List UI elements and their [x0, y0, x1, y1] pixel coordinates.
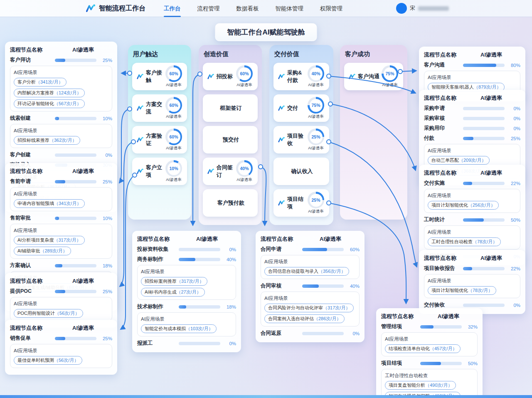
stage-node[interactable]: 框架签订 [203, 94, 258, 122]
tag-count: （124次/月） [54, 90, 81, 95]
ai-scene-label: AI应用场景 [14, 69, 108, 76]
detail-card-header: 流程节点名称AI渗透率 [424, 51, 520, 59]
ai-scene-label: AI应用场景 [14, 301, 108, 307]
nav-tab[interactable]: 权限管理 [319, 0, 343, 17]
stage-node[interactable]: 项目结项25%AI渗透率 [273, 189, 329, 217]
process-node-name: 项目验收报告 [424, 265, 463, 272]
detail-card-header: 流程节点名称AI渗透率 [424, 169, 520, 177]
ai-scene-tag[interactable]: 最佳促单时机预测（56次/月） [14, 356, 82, 365]
stage-node[interactable]: 确认收入 [273, 158, 329, 185]
ai-icon [278, 104, 285, 112]
penetration-bar [179, 342, 220, 345]
ring-percent: 25% [311, 198, 320, 203]
process-row-group: 合同返原0% [261, 330, 360, 337]
ring-caption: AI渗透率 [166, 114, 181, 119]
nav-tab[interactable]: 智能体管理 [275, 0, 305, 17]
stage-node[interactable]: 招投标60%AI渗透率 [203, 63, 258, 90]
penetration-bar [463, 304, 505, 307]
ai-scene-tag[interactable]: 结项检查清单自动化（457次/月） [385, 344, 461, 353]
process-row: 采购申请0% [424, 105, 520, 112]
stage-node[interactable]: 交付75%AI渗透率 [273, 94, 329, 122]
stage-node[interactable]: 客户接触60%AI渗透率 [132, 63, 187, 90]
ai-scene-tag[interactable]: 申请内容智能预填（341次/月） [14, 199, 85, 208]
process-row-group: 客户拜访25%AI应用场景客户分析（341次/月）内部解决方案推荐（124次/月… [10, 57, 112, 111]
penetration-percent: 50% [462, 361, 478, 366]
ai-icon [207, 73, 214, 80]
ai-scene-tag[interactable]: AI标书内容生成（27次/月） [141, 288, 205, 297]
ai-scene-tag[interactable]: 工时合理性自动检查（78次/月） [428, 237, 501, 246]
ai-icon [278, 73, 285, 80]
ai-scene-tag[interactable]: 智能定价与成本模拟（103次/月） [141, 324, 217, 333]
ai-scene-box: AI应用场景最佳促单时机预测（56次/月） [10, 344, 112, 368]
nav-tab[interactable]: 流程管理 [197, 0, 221, 17]
ai-scene-tag[interactable]: POC用例智能设计（56次/月） [14, 309, 83, 318]
process-row-group: 售前申请25%AI应用场景申请内容智能预填（341次/月） [10, 178, 112, 211]
nav-tab[interactable]: 工作台 [163, 0, 182, 17]
rate-col-header: AI渗透率 [54, 277, 112, 285]
ai-scene-tag[interactable]: 客户分析（341次/月） [14, 78, 66, 87]
stage-node[interactable]: 方案交流60%AI渗透率 [132, 94, 187, 122]
penetration-ring-wrap: 40%AI渗透率 [305, 65, 326, 88]
ai-scene-box: AI应用场景POC用例智能设计（56次/月） [10, 297, 112, 321]
process-node-name: 售前审批 [10, 215, 55, 222]
ai-scene-tag[interactable]: 合同信息自动提取与录入（356次/月） [264, 267, 349, 276]
process-node-name: 采购用印 [424, 125, 463, 132]
ai-scene-tag[interactable]: 项目复盘智能分析（490次/月） [385, 381, 456, 390]
user-name-redacted [418, 6, 449, 11]
ai-scene-tag[interactable]: 合同案例入选自动评估（286次/月） [264, 314, 345, 323]
ring-caption: AI渗透率 [308, 82, 323, 88]
ring-caption: AI渗透率 [382, 82, 397, 88]
ai-scene-label: AI应用场景 [14, 348, 108, 354]
process-row: 管理结项32% [381, 323, 478, 330]
ai-scene-tag[interactable]: AI辅助审批（289次/月） [14, 247, 71, 255]
nav-tab[interactable]: 数据看板 [236, 0, 260, 17]
ai-scene-label: AI应用场景 [428, 229, 517, 235]
ai-scene-tag[interactable]: 项目计划智能优化（256次/月） [428, 201, 499, 210]
penetration-bar [463, 117, 505, 120]
avatar[interactable] [396, 3, 407, 14]
user-menu[interactable]: 宋 [396, 3, 449, 14]
tag-count: （103次/月） [186, 326, 213, 331]
penetration-bar-fill [55, 59, 65, 62]
process-row: 交付实施22% [424, 180, 520, 187]
rate-col-header: AI渗透率 [54, 168, 112, 175]
node-name: 客户沟通 [358, 73, 379, 80]
ai-scene-tag[interactable]: 内部解决方案推荐（124次/月） [14, 89, 85, 97]
stage-node[interactable]: 客户立项10%AI渗透率 [132, 158, 187, 185]
ai-scene-tag[interactable]: 拜访记录智能转化（567次/月） [14, 99, 85, 108]
ai-scene-tag[interactable]: AI分析项目复杂度（317次/月） [14, 236, 85, 245]
penetration-ring-wrap: 40%AI渗透率 [234, 160, 255, 183]
stage-node[interactable]: 采购&付款40%AI渗透率 [273, 63, 329, 90]
penetration-percent: 10% [96, 216, 112, 221]
ai-scene-tag[interactable]: 招投标线索推荐（362次/月） [14, 136, 80, 145]
ai-scene-tag[interactable]: 合同风险评分与自动化评审（317次/月） [264, 304, 354, 312]
ai-scene-tag[interactable]: 招投标案例推荐（317次/月） [141, 277, 207, 286]
penetration-bar-fill [55, 290, 65, 293]
stage-node[interactable]: 方案验证60%AI渗透率 [132, 126, 187, 153]
stage-node[interactable]: 合同签订40%AI渗透率 [203, 158, 258, 185]
ai-scene-label: AI应用场景 [14, 128, 108, 134]
stage-node[interactable]: 项目验收25%AI渗透率 [273, 126, 329, 153]
ai-scene-tags: 结项检查清单自动化（457次/月） [385, 344, 474, 353]
penetration-bar-fill [55, 217, 59, 220]
process-row-group: 交付实施22%AI应用场景项目计划智能优化（256次/月） [424, 180, 520, 213]
tag-label: 最佳促单时机预测 [17, 358, 54, 363]
process-row: 报派工0% [137, 340, 236, 347]
penetration-percent: 0% [96, 153, 112, 158]
ai-scene-label: AI应用场景 [428, 148, 517, 154]
rate-col-header: AI渗透率 [462, 169, 520, 177]
stage-node[interactable]: 客户预付款 [203, 189, 258, 217]
stage-node[interactable]: 客户沟通75%AI渗透率 [344, 63, 403, 90]
node-col-header: 流程节点名称 [137, 235, 178, 243]
process-row-group: 采购用印0% [424, 125, 520, 132]
node-left: 项目验收 [278, 132, 305, 147]
process-row: 商务标制作40% [137, 256, 236, 263]
ai-scene-tag[interactable]: 自动三单匹配（209次/月） [428, 156, 490, 165]
process-row-group: 合同申请60%AI应用场景合同信息自动提取与录入（356次/月） [261, 246, 360, 279]
stage-node[interactable]: 预交付 [203, 126, 258, 153]
node-col-header: 流程节点名称 [10, 46, 54, 54]
penetration-bar [55, 59, 96, 62]
ai-icon [278, 199, 285, 207]
penetration-ring-wrap: 60%AI渗透率 [163, 129, 184, 151]
ai-scene-tag[interactable]: 项目计划智能优化（78次/月） [428, 286, 496, 295]
